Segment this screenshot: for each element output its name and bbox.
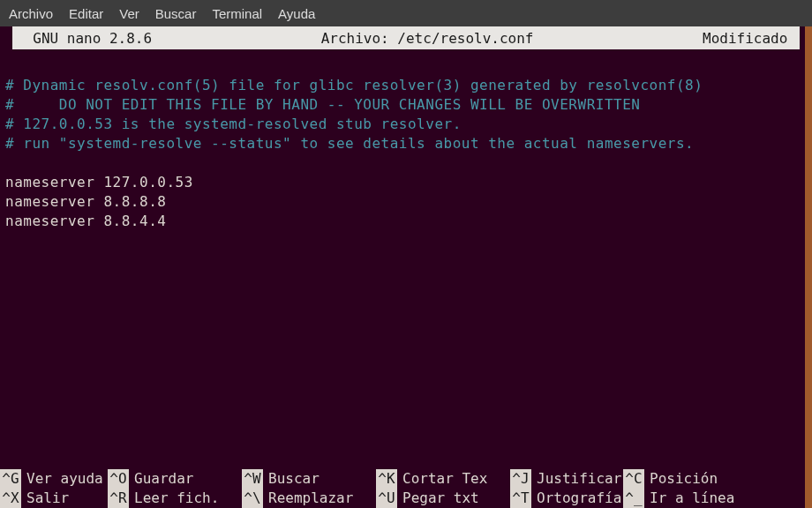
shortcut-row-2: ^X Salir ^R Leer fich. ^\ Reemplazar ^U … — [0, 489, 812, 508]
shortcut-key: ^\ — [242, 489, 263, 508]
shortcut-key: ^_ — [623, 489, 644, 508]
shortcut-goto-line[interactable]: ^_ Ir a línea — [623, 489, 812, 508]
menu-ver[interactable]: Ver — [119, 6, 139, 21]
nano-version: GNU nano 2.8.6 — [16, 30, 152, 47]
blank-line — [5, 153, 807, 173]
shortcut-justify[interactable]: ^J Justificar — [510, 469, 623, 489]
menu-terminal[interactable]: Terminal — [212, 6, 262, 21]
shortcut-save[interactable]: ^O Guardar — [108, 469, 242, 489]
shortcut-label: Reemplazar — [263, 489, 357, 508]
shortcut-row-1: ^G Ver ayuda ^O Guardar ^W Buscar ^K Cor… — [0, 469, 812, 489]
shortcut-paste[interactable]: ^U Pegar txt — [376, 489, 510, 508]
shortcut-key: ^G — [0, 469, 21, 489]
nano-modified-status: Modificado — [703, 30, 796, 47]
content-line: nameserver 8.8.8.8 — [5, 192, 807, 212]
menu-ayuda[interactable]: Ayuda — [278, 6, 315, 21]
nano-title-bar: GNU nano 2.8.6 Archivo: /etc/resolv.conf… — [12, 26, 800, 49]
menu-archivo[interactable]: Archivo — [9, 6, 53, 21]
shortcut-label: Buscar — [263, 469, 323, 489]
shortcut-label: Salir — [21, 489, 72, 508]
shortcut-key: ^T — [510, 489, 531, 508]
shortcut-label: Ir a línea — [644, 489, 738, 508]
comment-line: # 127.0.0.53 is the systemd-resolved stu… — [5, 115, 807, 134]
shortcut-key: ^U — [376, 489, 397, 508]
shortcut-key: ^J — [510, 469, 531, 489]
shortcut-label: Pegar txt — [397, 489, 483, 508]
menu-editar[interactable]: Editar — [69, 6, 103, 21]
shortcut-read-file[interactable]: ^R Leer fich. — [108, 489, 242, 508]
content-line: nameserver 127.0.0.53 — [5, 173, 807, 192]
shortcut-label: Leer fich. — [129, 489, 222, 508]
shortcut-spell[interactable]: ^T Ortografía — [510, 489, 623, 508]
menubar: Archivo Editar Ver Buscar Terminal Ayuda — [0, 0, 812, 26]
shortcut-label: Ver ayuda — [21, 469, 107, 489]
content-line: nameserver 8.8.4.4 — [5, 212, 807, 231]
shortcut-cut[interactable]: ^K Cortar Tex — [376, 469, 510, 489]
shortcut-label: Ortografía — [531, 489, 623, 508]
shortcut-position[interactable]: ^C Posición — [623, 469, 812, 489]
nano-shortcut-bar: ^G Ver ayuda ^O Guardar ^W Buscar ^K Cor… — [0, 469, 812, 508]
shortcut-key: ^R — [108, 489, 129, 508]
shortcut-label: Posición — [644, 469, 721, 489]
shortcut-key: ^K — [376, 469, 397, 489]
menu-buscar[interactable]: Buscar — [155, 6, 197, 21]
nano-filename: Archivo: /etc/resolv.conf — [152, 30, 703, 47]
shortcut-label: Cortar Tex — [397, 469, 491, 489]
shortcut-replace[interactable]: ^\ Reemplazar — [242, 489, 376, 508]
shortcut-help[interactable]: ^G Ver ayuda — [0, 469, 108, 489]
shortcut-key: ^C — [623, 469, 644, 489]
shortcut-key: ^W — [242, 469, 263, 489]
shortcut-exit[interactable]: ^X Salir — [0, 489, 108, 508]
shortcut-search[interactable]: ^W Buscar — [242, 469, 376, 489]
shortcut-key: ^X — [0, 489, 21, 508]
editor-content[interactable]: # Dynamic resolv.conf(5) file for glibc … — [0, 49, 812, 231]
scrollbar[interactable] — [805, 26, 812, 508]
shortcut-label: Justificar — [531, 469, 623, 489]
shortcut-label: Guardar — [129, 469, 197, 489]
shortcut-key: ^O — [108, 469, 129, 489]
comment-line: # run "systemd-resolve --status" to see … — [5, 134, 807, 153]
comment-line: # Dynamic resolv.conf(5) file for glibc … — [5, 76, 807, 95]
comment-line: # DO NOT EDIT THIS FILE BY HAND -- YOUR … — [5, 95, 807, 115]
